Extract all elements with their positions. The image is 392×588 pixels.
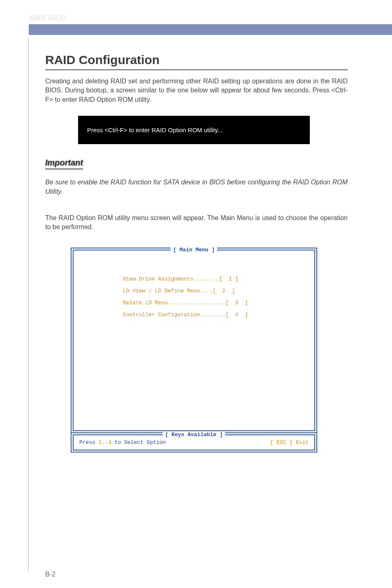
bios-menu-item-3[interactable]: Delete LD Menu..................[ 3 ] — [123, 300, 314, 306]
keys-left-range: 1..4 — [99, 439, 111, 446]
keys-left-prefix: Press — [79, 439, 99, 446]
important-label: Important — [45, 158, 83, 170]
page-number: B-2 — [45, 571, 55, 578]
bios-esc-hint[interactable]: [ ESC ] Exit — [270, 439, 309, 446]
keys-left-suffix: to Select Option — [111, 439, 166, 446]
bios-main-title: [ Main Menu ] — [171, 247, 217, 253]
section-rule — [45, 69, 348, 70]
bios-screenshot: [ Main Menu ] View Drive Assignments....… — [71, 248, 317, 452]
boot-prompt-box: Press <Ctrl-F> to enter RAID Option ROM … — [78, 116, 310, 144]
header-title: AMD RAID — [29, 14, 392, 23]
figure-caption: The RAID Option ROM utility menu screen … — [45, 214, 348, 232]
header-bar — [29, 24, 392, 35]
bios-menu-item-4[interactable]: Controller Configuration........[ 4 ] — [123, 312, 314, 318]
bios-keys-title: [ Keys Available ] — [163, 432, 225, 438]
left-vertical-rule — [28, 39, 29, 572]
bios-menu-item-2[interactable]: LD View / LD Define Menu....[ 2 ] — [123, 288, 314, 294]
section-title: RAID Configuration — [45, 53, 343, 67]
bios-menu-item-1[interactable]: View Drive Assignments........[ 1 ] — [123, 276, 314, 282]
intro-paragraph: Creating and deleting RAID set and perfo… — [45, 77, 348, 104]
bios-keys-hint: Press 1..4 to Select Option — [79, 439, 166, 446]
important-text: Be sure to enable the RAID function for … — [45, 178, 348, 196]
